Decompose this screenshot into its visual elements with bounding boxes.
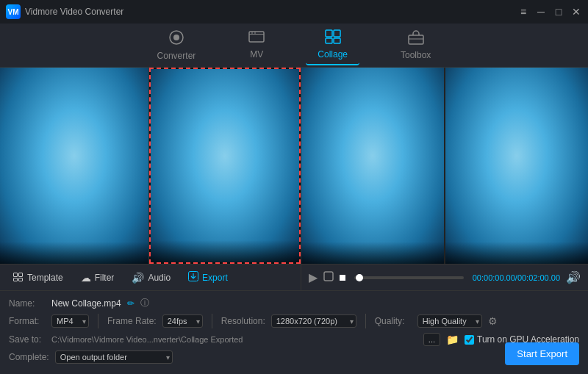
name-info-icon[interactable]: ⓘ	[140, 297, 149, 309]
svg-rect-21	[324, 272, 333, 281]
titlebar: VM Vidmore Video Converter ≡ ─ □ ✕	[0, 0, 588, 24]
audio-icon: 🔊	[132, 272, 144, 284]
video-panel-2[interactable]	[149, 68, 301, 264]
separator-1	[98, 314, 98, 328]
complete-select[interactable]: Open output folder	[55, 350, 173, 364]
svg-rect-17	[19, 273, 23, 276]
preview-controls: ▶ 00:00:00.00/00:02:00.00 🔊	[301, 264, 588, 290]
svg-rect-6	[326, 30, 332, 37]
preview-left-video	[301, 68, 444, 264]
mv-icon	[248, 31, 265, 46]
minimize-button[interactable]: ─	[535, 6, 547, 18]
toolbox-icon	[408, 30, 424, 47]
svg-point-1	[173, 35, 179, 40]
timeline-thumb[interactable]	[356, 274, 363, 281]
quality-select-wrapper[interactable]: High Quality	[417, 314, 482, 328]
start-export-button[interactable]: Start Export	[505, 342, 579, 365]
quality-label: Quality:	[375, 316, 412, 326]
svg-rect-16	[14, 273, 18, 276]
svg-rect-10	[409, 35, 423, 44]
collage-label: Collage	[318, 49, 348, 60]
quality-select[interactable]: High Quality	[417, 314, 482, 328]
app-title: Vidmore Video Converter	[25, 7, 123, 17]
svg-rect-19	[19, 278, 23, 281]
framerate-select[interactable]: 24fps	[162, 314, 203, 328]
gpu-checkbox[interactable]	[465, 335, 474, 345]
video-panel-1[interactable]	[0, 68, 149, 264]
filter-icon: ☁	[81, 272, 91, 284]
resolution-select[interactable]: 1280x720 (720p)	[271, 314, 356, 328]
stop-button[interactable]	[323, 271, 334, 284]
framerate-select-wrapper[interactable]: 24fps	[162, 314, 203, 328]
complete-label: Complete:	[9, 352, 49, 362]
preview-right-video	[445, 68, 588, 264]
timeline-dot	[340, 275, 345, 281]
name-value: New Collage.mp4	[51, 298, 121, 309]
nav-collage[interactable]: Collage	[306, 25, 359, 65]
converter-label: Converter	[157, 51, 196, 61]
saveto-folder-button[interactable]: 📁	[446, 334, 459, 345]
separator-2	[212, 314, 212, 328]
complete-row: Complete: Open output folder	[9, 350, 579, 364]
close-button[interactable]: ✕	[570, 6, 582, 18]
editor-panels	[0, 68, 301, 264]
panel1-preview	[0, 68, 148, 264]
svg-rect-9	[334, 38, 340, 43]
titlebar-controls[interactable]: ≡ ─ □ ✕	[517, 6, 582, 18]
svg-rect-8	[326, 38, 332, 43]
main-area: Template ☁ Filter 🔊 Audio	[0, 68, 588, 374]
saveto-dots-button[interactable]: ...	[423, 333, 440, 346]
menu-button[interactable]: ≡	[517, 6, 529, 18]
video-area: Template ☁ Filter 🔊 Audio	[0, 68, 588, 290]
nav-mv[interactable]: MV	[237, 26, 276, 64]
filter-button[interactable]: ☁ Filter	[74, 269, 122, 287]
svg-rect-7	[334, 30, 340, 37]
audio-button[interactable]: 🔊 Audio	[124, 269, 178, 287]
format-row: Format: MP4 Frame Rate: 24fps Resolution…	[9, 314, 579, 328]
name-edit-icon[interactable]: ✏	[127, 298, 135, 309]
preview-panel-right	[445, 68, 588, 264]
template-icon	[13, 272, 24, 284]
separator-3	[365, 314, 366, 328]
saveto-label: Save to:	[9, 334, 46, 345]
timeline-track[interactable]	[354, 276, 464, 279]
play-button[interactable]: ▶	[309, 270, 318, 284]
preview-panel-left	[301, 68, 444, 264]
toolbox-label: Toolbox	[401, 50, 431, 60]
collage-icon	[325, 29, 341, 46]
volume-button[interactable]: 🔊	[566, 270, 581, 284]
editor-toolbar: Template ☁ Filter 🔊 Audio	[0, 264, 301, 290]
right-preview: ▶ 00:00:00.00/00:02:00.00 🔊	[301, 68, 588, 290]
navbar: Converter MV Collage	[0, 24, 588, 68]
app-logo: VM	[6, 4, 21, 19]
quality-gear-icon[interactable]: ⚙	[488, 315, 498, 327]
audio-label: Audio	[148, 273, 171, 283]
name-label: Name:	[9, 298, 46, 309]
resolution-select-wrapper[interactable]: 1280x720 (720p)	[271, 314, 356, 328]
svg-rect-2	[249, 32, 264, 42]
format-select[interactable]: MP4	[51, 314, 89, 328]
complete-select-wrapper[interactable]: Open output folder	[55, 350, 173, 364]
export-icon	[188, 271, 198, 284]
template-button[interactable]: Template	[6, 269, 71, 287]
saveto-path: C:\Vidmore\Vidmore Video...nverter\Colla…	[51, 335, 417, 344]
preview-area	[301, 68, 588, 264]
format-select-wrapper[interactable]: MP4	[51, 314, 89, 328]
saveto-row: Save to: C:\Vidmore\Vidmore Video...nver…	[9, 333, 579, 346]
export-button[interactable]: Export	[181, 268, 235, 287]
filter-label: Filter	[95, 273, 115, 283]
panel2-preview	[151, 69, 299, 262]
left-panels: Template ☁ Filter 🔊 Audio	[0, 68, 301, 290]
format-label: Format:	[9, 316, 46, 326]
resolution-label: Resolution:	[221, 316, 265, 326]
svg-rect-18	[14, 278, 18, 281]
name-row: Name: New Collage.mp4 ✏ ⓘ	[9, 297, 579, 309]
mv-label: MV	[250, 49, 263, 60]
framerate-label: Frame Rate:	[107, 316, 157, 326]
settings-panel: Name: New Collage.mp4 ✏ ⓘ Format: MP4 Fr…	[0, 290, 588, 374]
nav-converter[interactable]: Converter	[146, 25, 208, 65]
maximize-button[interactable]: □	[553, 6, 564, 18]
nav-toolbox[interactable]: Toolbox	[389, 26, 442, 65]
time-display: 00:00:00.00/00:02:00.00	[473, 273, 560, 282]
converter-icon	[168, 29, 184, 48]
